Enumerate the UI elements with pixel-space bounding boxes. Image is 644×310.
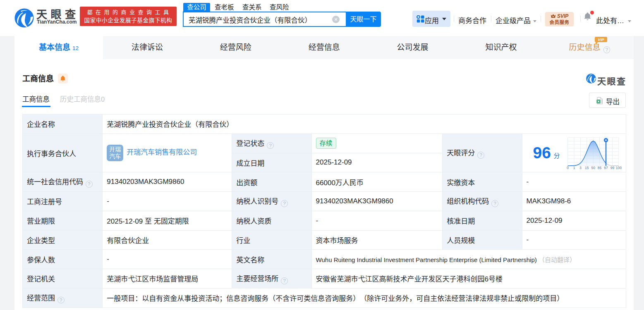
svg-text:97: 97 bbox=[604, 166, 608, 169]
svg-text:99: 99 bbox=[610, 166, 614, 169]
svg-text:0: 0 bbox=[567, 166, 569, 169]
svg-text:3: 3 bbox=[579, 166, 582, 169]
svg-text:VIP: VIP bbox=[598, 37, 605, 42]
svg-text:100: 100 bbox=[615, 166, 621, 169]
svg-text:85: 85 bbox=[597, 166, 601, 169]
svg-text:15: 15 bbox=[585, 166, 589, 169]
svg-text:50: 50 bbox=[591, 166, 595, 169]
svg-text:1: 1 bbox=[573, 166, 575, 169]
